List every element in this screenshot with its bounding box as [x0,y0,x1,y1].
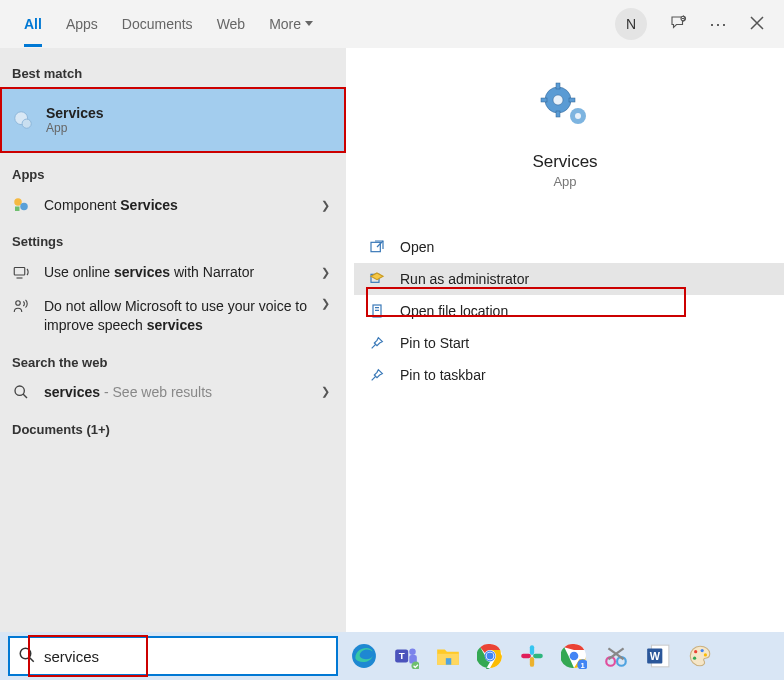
svg-text:W: W [650,650,661,662]
tab-web[interactable]: Web [217,2,246,47]
svg-point-48 [701,649,704,652]
hero-title: Services [532,152,597,172]
services-icon [12,109,34,131]
tab-label: More [269,16,301,32]
svg-point-20 [20,648,31,659]
result-speech[interactable]: Do not allow Microsoft to use your voice… [0,289,346,343]
tab-label: All [24,16,42,32]
search-box[interactable] [8,636,338,676]
pin-icon [368,335,386,351]
svg-point-47 [694,650,697,653]
component-services-icon [10,196,32,214]
search-icon [10,384,32,400]
avatar-initial: N [626,16,636,32]
svg-point-3 [14,198,22,206]
action-open-location[interactable]: Open file location [354,295,784,327]
open-icon [368,239,386,255]
search-input[interactable] [44,648,328,665]
svg-rect-17 [371,242,380,251]
svg-point-49 [693,657,696,660]
svg-rect-12 [556,111,560,117]
tab-label: Documents [122,16,193,32]
pin-icon [368,367,386,383]
result-title: Component Services [44,197,309,213]
chevron-right-icon: ❯ [321,385,336,398]
action-label: Open file location [400,303,508,319]
services-hero-icon [540,82,590,138]
section-search-web: Search the web [0,349,346,376]
tab-label: Apps [66,16,98,32]
svg-rect-6 [14,268,25,276]
svg-rect-28 [446,658,451,665]
action-pin-taskbar[interactable]: Pin to taskbar [354,359,784,391]
section-documents: Documents (1+) [0,416,346,443]
folder-icon [368,303,386,319]
taskbar-teams[interactable]: T [390,640,422,672]
close-icon[interactable] [750,16,764,33]
tab-all[interactable]: All [24,2,42,47]
tab-documents[interactable]: Documents [122,2,193,47]
results-panel: Best match Services App Apps Component S… [0,48,346,632]
action-label: Pin to taskbar [400,367,486,383]
feedback-icon[interactable] [669,14,687,35]
result-title: Services [46,105,334,121]
svg-text:T: T [399,650,405,661]
svg-rect-19 [373,305,381,317]
tab-label: Web [217,16,246,32]
svg-point-32 [487,653,494,660]
taskbar-word[interactable]: W [642,640,674,672]
svg-rect-36 [521,654,531,658]
taskbar: T 1 W [0,632,784,680]
taskbar-chrome[interactable] [474,640,506,672]
action-label: Run as administrator [400,271,529,287]
action-open[interactable]: Open [354,231,784,263]
section-settings: Settings [0,228,346,255]
result-component-services[interactable]: Component Services ❯ [0,188,346,222]
svg-point-10 [553,95,563,105]
filter-tabs: All Apps Documents Web More N [0,0,784,48]
hero-sub: App [553,174,576,189]
taskbar-chrome-canary[interactable]: 1 [558,640,590,672]
taskbar-edge[interactable] [348,640,380,672]
chevron-right-icon: ❯ [321,199,336,212]
action-label: Pin to Start [400,335,469,351]
svg-rect-5 [15,207,20,212]
taskbar-slack[interactable] [516,640,548,672]
action-label: Open [400,239,434,255]
taskbar-snip[interactable] [600,640,632,672]
svg-rect-14 [569,98,575,102]
result-web[interactable]: services - See web results ❯ [0,376,346,408]
svg-point-24 [409,648,416,655]
more-icon[interactable] [709,13,728,35]
svg-rect-35 [530,657,534,667]
svg-point-7 [16,301,21,306]
result-title: Use online services with Narrator [44,264,309,280]
detail-panel: Services App Open Run as administrator O… [346,48,784,632]
result-services[interactable]: Services App [0,87,346,153]
admin-icon [368,271,386,287]
result-title: Do not allow Microsoft to use your voice… [44,297,309,335]
taskbar-paint[interactable] [684,640,716,672]
chevron-down-icon [305,21,313,26]
svg-point-8 [15,386,24,395]
result-sub: App [46,121,334,135]
section-best-match: Best match [0,60,346,87]
taskbar-explorer[interactable] [432,640,464,672]
result-narrator[interactable]: Use online services with Narrator ❯ [0,255,346,289]
section-apps: Apps [0,161,346,188]
svg-point-2 [22,119,31,128]
chevron-right-icon: ❯ [321,266,336,279]
user-avatar[interactable]: N [615,8,647,40]
svg-text:1: 1 [581,661,585,669]
svg-rect-11 [556,83,560,89]
narrator-icon [10,263,32,281]
tab-more[interactable]: More [269,2,313,47]
chevron-right-icon: ❯ [321,297,336,310]
action-run-admin[interactable]: Run as administrator [354,263,784,295]
svg-rect-13 [541,98,547,102]
svg-point-4 [20,203,28,211]
search-icon [18,646,36,667]
tab-apps[interactable]: Apps [66,2,98,47]
action-pin-start[interactable]: Pin to Start [354,327,784,359]
svg-point-16 [575,113,581,119]
